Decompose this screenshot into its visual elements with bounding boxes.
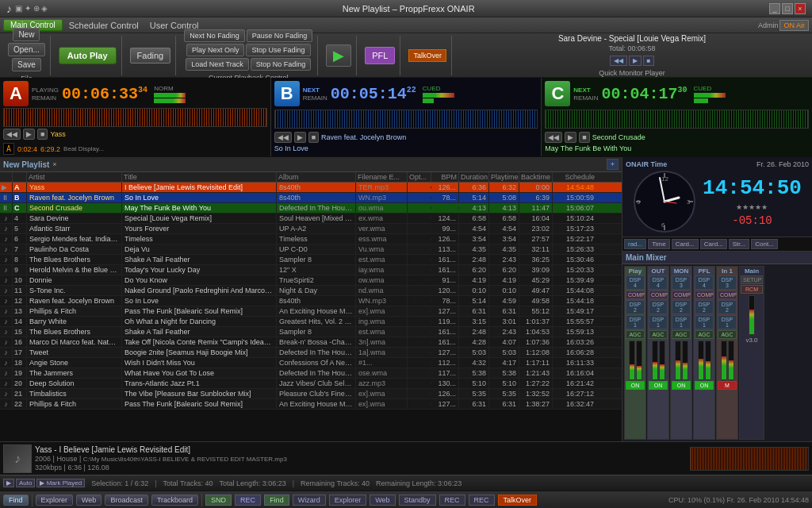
- playlist-row[interactable]: ♪ 7 Paulinho Da Costa Deja Vu UP C-D0 Vu…: [0, 244, 622, 255]
- deck-c-ctrl2[interactable]: ▶: [565, 132, 576, 143]
- ch-dsp2-btn[interactable]: DSP 2: [649, 300, 668, 314]
- deck-a-ctrl1[interactable]: ◀◀: [3, 129, 21, 140]
- load-next-track-btn[interactable]: Load Next Track: [186, 58, 249, 71]
- win-controls[interactable]: _ □ ×: [769, 3, 806, 14]
- playlist-row[interactable]: ♪ 21 Timbalistics The Vibe [Pleasure Bar…: [0, 389, 622, 399]
- next-only-btn[interactable]: Play Next Only: [186, 44, 245, 56]
- beat-display[interactable]: Beat Display...: [63, 145, 104, 152]
- col-h-file[interactable]: Filename E...: [356, 172, 408, 182]
- taskbar-rec3-btn[interactable]: REC: [469, 495, 495, 506]
- db-btn-card1[interactable]: Card...: [672, 239, 699, 249]
- talkover-btn[interactable]: TalkOver: [408, 49, 446, 62]
- deck-c-ctrl1[interactable]: ◀◀: [545, 132, 562, 143]
- col-h-artist[interactable]: Artist: [27, 172, 122, 182]
- ch-dsp4-btn[interactable]: DSP 4: [649, 275, 668, 290]
- deck-a-ctrl3[interactable]: ■: [37, 129, 48, 140]
- taskbar-standby-btn[interactable]: Standby: [399, 495, 436, 506]
- monitor-btn-3[interactable]: ■: [643, 56, 655, 66]
- col-h-album[interactable]: Album: [277, 172, 356, 182]
- col-h-duration[interactable]: Duration: [459, 172, 489, 182]
- maximize-button[interactable]: □: [782, 3, 793, 14]
- taskbar-wizard-btn[interactable]: Wizard: [293, 495, 326, 506]
- playlist-new-btn[interactable]: +: [607, 159, 619, 170]
- col-h-backtime[interactable]: Backtime: [519, 172, 553, 182]
- pfl-btn[interactable]: PFL: [365, 47, 395, 64]
- monitor-btn-1[interactable]: ◀◀: [610, 56, 627, 66]
- ch-dsp1-btn[interactable]: DSP 1: [695, 315, 714, 329]
- playlist-row[interactable]: ♪ 18 Angie Stone Wish I Didn't Miss You …: [0, 358, 622, 368]
- ch-on-btn[interactable]: ON: [695, 381, 714, 390]
- deck-b-ctrl3[interactable]: ■: [308, 132, 319, 143]
- ch-on-btn[interactable]: ON: [649, 381, 668, 390]
- taskbar-trackboard-btn[interactable]: Trackboard: [151, 495, 198, 506]
- taskbar-explorer-btn2[interactable]: Explorer: [329, 495, 367, 506]
- statusbar-player-icon[interactable]: ▶: [3, 479, 14, 487]
- taskbar-broadcast-btn[interactable]: Broadcast: [105, 495, 148, 506]
- playlist-row[interactable]: ♪ 16 Marco Di Marco feat. Nathan Haines …: [0, 337, 622, 348]
- deck-a-ctrl2[interactable]: ▶: [23, 129, 35, 140]
- taskbar-web-btn2[interactable]: Web: [370, 495, 395, 506]
- pause-no-fading-btn[interactable]: Pause No Fading: [247, 29, 313, 42]
- ch-dsp1-btn[interactable]: DSP 1: [649, 315, 668, 329]
- playlist-row[interactable]: ▶ A Yass I Believe [Jamie Lewis Revisite…: [0, 183, 622, 193]
- ch-dsp1-btn[interactable]: DSP 1: [626, 315, 645, 329]
- db-btn-rad[interactable]: rad...: [624, 239, 646, 249]
- ch-on-btn[interactable]: ON: [626, 381, 645, 390]
- open-button[interactable]: Open...: [8, 43, 45, 56]
- playlist-row[interactable]: ♪ 12 Raven feat. Jocelyn Brown So In Lov…: [0, 296, 622, 306]
- new-button[interactable]: New: [13, 28, 40, 41]
- taskbar-snd-btn[interactable]: SND: [205, 495, 232, 506]
- deck-c-ctrl3[interactable]: ■: [579, 132, 589, 143]
- ch-dsp2-btn[interactable]: DSP 2: [672, 300, 691, 314]
- playlist-row[interactable]: ♪ 8 The Blues Brothers Shake A Tail Feat…: [0, 255, 622, 265]
- playlist-row[interactable]: ♪ 19 The Jammers What Have You Got To Lo…: [0, 368, 622, 379]
- statusbar-mark-play-btn[interactable]: ▶ Mark Played: [36, 479, 85, 487]
- col-h-playtime[interactable]: Playtime: [489, 172, 519, 182]
- taskbar-web-btn[interactable]: Web: [76, 495, 102, 506]
- db-btn-str[interactable]: Str...: [729, 239, 749, 249]
- ch-dsp1-btn[interactable]: SETUP: [741, 275, 763, 284]
- playlist-row[interactable]: ♪ 6 Sergio Mendes feat. India.Arie Timel…: [0, 234, 622, 244]
- ch-dsp4-btn[interactable]: DSP 3: [672, 275, 691, 290]
- playlist-row[interactable]: ♪ 9 Herold Melvin & the Blue Notes Today…: [0, 265, 622, 275]
- playlist-row[interactable]: ♪ 13 Phillips & Fitch Pass The Funk [Bal…: [0, 306, 622, 317]
- col-h-bpm[interactable]: BPM: [431, 172, 459, 182]
- deck-b-ctrl1[interactable]: ◀◀: [274, 132, 292, 143]
- playlist-tab-active[interactable]: New Playlist: [3, 160, 49, 169]
- db-btn-cont[interactable]: Cont...: [751, 239, 778, 249]
- db-btn-card2[interactable]: Card...: [700, 239, 727, 249]
- playlist-row[interactable]: ♪ 5 Atlantic Starr Yours Forever UP A-A2…: [0, 224, 622, 234]
- db-btn-time[interactable]: Time: [648, 239, 669, 249]
- playlist-row[interactable]: ♪ 4 Sara Devine Special [Louie Vega Remi…: [0, 214, 622, 224]
- scheduler-control-menu[interactable]: Scheduler Control: [64, 21, 144, 30]
- statusbar-auto-btn[interactable]: Auto: [16, 479, 35, 487]
- taskbar-rec2-btn[interactable]: REC: [439, 495, 465, 506]
- playlist-close-btn[interactable]: ×: [52, 160, 56, 168]
- fading-button[interactable]: Fading: [130, 48, 171, 64]
- ch-dsp4-btn[interactable]: DSP 3: [718, 275, 737, 290]
- stop-no-fading-btn[interactable]: Stop No Fading: [251, 58, 312, 71]
- playlist-row[interactable]: ♪ 15 The Blues Brothers Shake A Tail Fea…: [0, 327, 622, 337]
- taskbar-explorer-btn[interactable]: Explorer: [36, 495, 74, 506]
- play-pause-btn[interactable]: ▶: [326, 44, 351, 67]
- ch-dsp2-btn[interactable]: DSP 2: [718, 300, 737, 314]
- taskbar-rec-btn[interactable]: REC: [235, 495, 261, 506]
- deck-b-ctrl2[interactable]: ▶: [294, 132, 306, 143]
- ch-dsp2-btn[interactable]: DSP 2: [626, 300, 645, 314]
- col-h-title[interactable]: Title: [122, 172, 277, 182]
- ch-dsp4-btn[interactable]: DSP 4: [695, 275, 714, 290]
- playlist-row[interactable]: ⏸ C Second Crusade May The Funk Be With …: [0, 203, 622, 214]
- ch-dsp1-btn[interactable]: DSP 1: [718, 315, 737, 329]
- playlist-row[interactable]: ♪ 11 S-Tone Inc. Naked Ground [Paolo Fed…: [0, 286, 622, 296]
- minimize-button[interactable]: _: [769, 3, 780, 14]
- ch-on-btn[interactable]: M: [718, 381, 737, 390]
- playlist-row[interactable]: ⏸ B Raven feat. Jocelyn Brown So In Love…: [0, 193, 622, 203]
- playlist-row[interactable]: ♪ 10 Donnie Do You Know TrueSpirti2 ow.w…: [0, 275, 622, 286]
- save-button[interactable]: Save: [12, 58, 41, 71]
- taskbar-talkover-btn[interactable]: TalkOver: [498, 495, 538, 506]
- ch-on-btn[interactable]: ON: [672, 381, 691, 390]
- playlist-row[interactable]: ♪ 20 Deep Solution Trans-Atlantic Jazz P…: [0, 379, 622, 389]
- col-h-opt[interactable]: Opt...: [408, 172, 431, 182]
- close-button[interactable]: ×: [795, 3, 806, 14]
- ch-dsp1-btn[interactable]: DSP 1: [672, 315, 691, 329]
